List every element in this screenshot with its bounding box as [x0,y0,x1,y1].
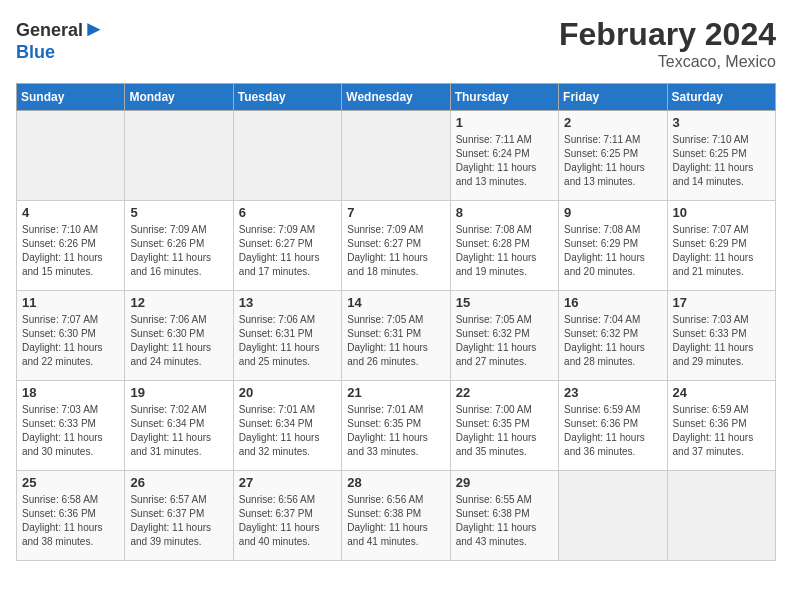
day-number: 24 [673,385,770,400]
calendar-header-day: Monday [125,84,233,111]
day-number: 4 [22,205,119,220]
day-info: Sunrise: 6:56 AM Sunset: 6:37 PM Dayligh… [239,493,336,549]
day-info: Sunrise: 7:10 AM Sunset: 6:26 PM Dayligh… [22,223,119,279]
calendar-cell: 13Sunrise: 7:06 AM Sunset: 6:31 PM Dayli… [233,291,341,381]
calendar-cell: 28Sunrise: 6:56 AM Sunset: 6:38 PM Dayli… [342,471,450,561]
logo-blue-text: Blue [16,42,55,62]
day-info: Sunrise: 7:06 AM Sunset: 6:31 PM Dayligh… [239,313,336,369]
calendar-cell: 6Sunrise: 7:09 AM Sunset: 6:27 PM Daylig… [233,201,341,291]
calendar-cell: 12Sunrise: 7:06 AM Sunset: 6:30 PM Dayli… [125,291,233,381]
day-number: 12 [130,295,227,310]
calendar-week-row: 18Sunrise: 7:03 AM Sunset: 6:33 PM Dayli… [17,381,776,471]
calendar-week-row: 4Sunrise: 7:10 AM Sunset: 6:26 PM Daylig… [17,201,776,291]
day-number: 9 [564,205,661,220]
calendar-cell: 23Sunrise: 6:59 AM Sunset: 6:36 PM Dayli… [559,381,667,471]
calendar-cell: 14Sunrise: 7:05 AM Sunset: 6:31 PM Dayli… [342,291,450,381]
calendar-cell: 17Sunrise: 7:03 AM Sunset: 6:33 PM Dayli… [667,291,775,381]
calendar-cell: 20Sunrise: 7:01 AM Sunset: 6:34 PM Dayli… [233,381,341,471]
day-info: Sunrise: 7:06 AM Sunset: 6:30 PM Dayligh… [130,313,227,369]
day-info: Sunrise: 7:03 AM Sunset: 6:33 PM Dayligh… [673,313,770,369]
day-info: Sunrise: 7:01 AM Sunset: 6:35 PM Dayligh… [347,403,444,459]
day-number: 8 [456,205,553,220]
day-number: 6 [239,205,336,220]
day-info: Sunrise: 7:10 AM Sunset: 6:25 PM Dayligh… [673,133,770,189]
day-number: 23 [564,385,661,400]
header: General► Blue February 2024 Texcaco, Mex… [16,16,776,71]
calendar-header-row: SundayMondayTuesdayWednesdayThursdayFrid… [17,84,776,111]
calendar-cell: 24Sunrise: 6:59 AM Sunset: 6:36 PM Dayli… [667,381,775,471]
day-number: 26 [130,475,227,490]
day-number: 22 [456,385,553,400]
day-number: 15 [456,295,553,310]
calendar-header-day: Tuesday [233,84,341,111]
calendar-table: SundayMondayTuesdayWednesdayThursdayFrid… [16,83,776,561]
day-number: 14 [347,295,444,310]
month-title: February 2024 [559,16,776,53]
calendar-week-row: 11Sunrise: 7:07 AM Sunset: 6:30 PM Dayli… [17,291,776,381]
day-number: 5 [130,205,227,220]
day-number: 13 [239,295,336,310]
calendar-body: 1Sunrise: 7:11 AM Sunset: 6:24 PM Daylig… [17,111,776,561]
calendar-cell: 3Sunrise: 7:10 AM Sunset: 6:25 PM Daylig… [667,111,775,201]
calendar-cell: 11Sunrise: 7:07 AM Sunset: 6:30 PM Dayli… [17,291,125,381]
calendar-header-day: Saturday [667,84,775,111]
location-title: Texcaco, Mexico [559,53,776,71]
day-number: 3 [673,115,770,130]
day-info: Sunrise: 6:57 AM Sunset: 6:37 PM Dayligh… [130,493,227,549]
calendar-cell [667,471,775,561]
day-info: Sunrise: 7:00 AM Sunset: 6:35 PM Dayligh… [456,403,553,459]
day-info: Sunrise: 7:09 AM Sunset: 6:27 PM Dayligh… [347,223,444,279]
day-number: 28 [347,475,444,490]
calendar-cell: 27Sunrise: 6:56 AM Sunset: 6:37 PM Dayli… [233,471,341,561]
day-info: Sunrise: 7:09 AM Sunset: 6:26 PM Dayligh… [130,223,227,279]
calendar-header-day: Wednesday [342,84,450,111]
day-number: 7 [347,205,444,220]
day-number: 27 [239,475,336,490]
calendar-week-row: 25Sunrise: 6:58 AM Sunset: 6:36 PM Dayli… [17,471,776,561]
day-info: Sunrise: 7:08 AM Sunset: 6:28 PM Dayligh… [456,223,553,279]
day-info: Sunrise: 6:58 AM Sunset: 6:36 PM Dayligh… [22,493,119,549]
calendar-cell [559,471,667,561]
logo-bird-icon: ► [83,16,105,41]
calendar-header-day: Thursday [450,84,558,111]
calendar-cell: 25Sunrise: 6:58 AM Sunset: 6:36 PM Dayli… [17,471,125,561]
day-number: 29 [456,475,553,490]
calendar-cell [233,111,341,201]
day-info: Sunrise: 7:07 AM Sunset: 6:29 PM Dayligh… [673,223,770,279]
calendar-cell: 1Sunrise: 7:11 AM Sunset: 6:24 PM Daylig… [450,111,558,201]
day-info: Sunrise: 7:03 AM Sunset: 6:33 PM Dayligh… [22,403,119,459]
day-number: 18 [22,385,119,400]
calendar-cell: 21Sunrise: 7:01 AM Sunset: 6:35 PM Dayli… [342,381,450,471]
logo: General► Blue [16,16,105,63]
calendar-cell: 10Sunrise: 7:07 AM Sunset: 6:29 PM Dayli… [667,201,775,291]
day-number: 2 [564,115,661,130]
day-number: 17 [673,295,770,310]
calendar-cell: 18Sunrise: 7:03 AM Sunset: 6:33 PM Dayli… [17,381,125,471]
day-info: Sunrise: 6:56 AM Sunset: 6:38 PM Dayligh… [347,493,444,549]
calendar-cell: 4Sunrise: 7:10 AM Sunset: 6:26 PM Daylig… [17,201,125,291]
calendar-cell: 2Sunrise: 7:11 AM Sunset: 6:25 PM Daylig… [559,111,667,201]
day-info: Sunrise: 7:04 AM Sunset: 6:32 PM Dayligh… [564,313,661,369]
day-number: 20 [239,385,336,400]
calendar-cell: 9Sunrise: 7:08 AM Sunset: 6:29 PM Daylig… [559,201,667,291]
calendar-cell: 15Sunrise: 7:05 AM Sunset: 6:32 PM Dayli… [450,291,558,381]
calendar-cell [17,111,125,201]
calendar-cell: 7Sunrise: 7:09 AM Sunset: 6:27 PM Daylig… [342,201,450,291]
calendar-cell: 8Sunrise: 7:08 AM Sunset: 6:28 PM Daylig… [450,201,558,291]
day-info: Sunrise: 7:05 AM Sunset: 6:32 PM Dayligh… [456,313,553,369]
title-area: February 2024 Texcaco, Mexico [559,16,776,71]
day-number: 21 [347,385,444,400]
day-number: 16 [564,295,661,310]
calendar-cell: 22Sunrise: 7:00 AM Sunset: 6:35 PM Dayli… [450,381,558,471]
calendar-cell: 5Sunrise: 7:09 AM Sunset: 6:26 PM Daylig… [125,201,233,291]
day-info: Sunrise: 7:08 AM Sunset: 6:29 PM Dayligh… [564,223,661,279]
calendar-header-day: Sunday [17,84,125,111]
day-number: 11 [22,295,119,310]
day-info: Sunrise: 7:11 AM Sunset: 6:25 PM Dayligh… [564,133,661,189]
day-number: 10 [673,205,770,220]
calendar-week-row: 1Sunrise: 7:11 AM Sunset: 6:24 PM Daylig… [17,111,776,201]
day-info: Sunrise: 6:59 AM Sunset: 6:36 PM Dayligh… [673,403,770,459]
day-number: 25 [22,475,119,490]
day-info: Sunrise: 6:55 AM Sunset: 6:38 PM Dayligh… [456,493,553,549]
calendar-cell: 26Sunrise: 6:57 AM Sunset: 6:37 PM Dayli… [125,471,233,561]
